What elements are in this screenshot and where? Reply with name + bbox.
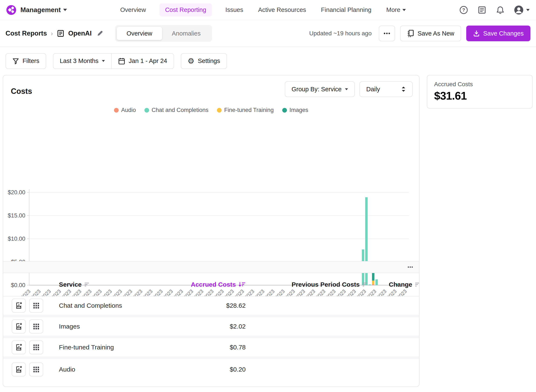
group-by-select[interactable]: Group By: Service [285, 81, 355, 97]
nav-cost-reporting[interactable]: Cost Reporting [160, 3, 212, 16]
sort-icon [415, 282, 420, 287]
tab-anomalies[interactable]: Anomalies [162, 27, 210, 40]
svg-text:$10.00: $10.00 [8, 236, 25, 242]
nav-active-resources[interactable]: Active Resources [257, 3, 307, 16]
column-header-accrued-costs[interactable]: Accrued Costs [189, 281, 246, 288]
notifications-icon[interactable] [496, 5, 505, 15]
legend-item-fine-tuned-training[interactable]: Fine-tuned Training [217, 107, 274, 113]
table-row-audio: Audio $0.20 [3, 359, 419, 380]
custom-date-range[interactable]: Jan 1 - Apr 24 [111, 54, 174, 69]
legend-dot [144, 108, 149, 112]
table-header-row: Service Accrued Costs Previous Period Co… [3, 273, 419, 296]
breadcrumb-separator: › [51, 30, 53, 37]
gear-icon: ⚙ [188, 57, 194, 65]
accrued-costs-label: Accrued Costs [434, 81, 525, 88]
service-name: Fine-tuned Training [59, 344, 189, 351]
svg-text:?: ? [462, 7, 465, 13]
services-table: Service Accrued Costs Previous Period Co… [3, 273, 419, 380]
chart-add-icon [15, 323, 23, 330]
svg-text:$20.00: $20.00 [8, 189, 25, 196]
drilldown-button[interactable] [29, 319, 43, 333]
drilldown-button[interactable] [29, 340, 43, 354]
grid-icon [32, 344, 40, 351]
brand-logo[interactable] [6, 5, 16, 15]
filters-button[interactable]: Filters [5, 53, 46, 69]
sort-icon [362, 282, 367, 287]
add-to-chart-button[interactable] [12, 319, 26, 333]
breadcrumb: Cost Reports › OpenAI [5, 30, 104, 37]
chart-legend: AudioChat and CompletionsFine-tuned Trai… [3, 107, 419, 113]
nav-issues[interactable]: Issues [224, 3, 245, 16]
top-navigation-bar: Management Overview Cost Reporting Issue… [0, 0, 536, 20]
nav-overview[interactable]: Overview [119, 3, 147, 16]
chart-add-icon [15, 344, 23, 351]
brand-logo-icon [6, 5, 16, 15]
save-icon [473, 30, 480, 37]
duplicate-icon [407, 29, 414, 37]
costs-report-card: Costs Group By: Service Daily AudioChat … [3, 75, 420, 387]
table-row-fine-tuned-training: Fine-tuned Training $0.78 [3, 338, 419, 359]
funnel-icon [12, 58, 19, 65]
chevron-down-icon [402, 9, 406, 11]
column-header-service[interactable]: Service [59, 281, 189, 288]
legend-dot [217, 108, 222, 112]
breadcrumb-cost-reports[interactable]: Cost Reports [5, 30, 47, 37]
column-header-previous-period[interactable]: Previous Period Costs [246, 281, 367, 288]
view-tabs: Overview Anomalies [115, 25, 212, 42]
legend-dot [282, 108, 287, 112]
table-row-images: Images $2.02 [3, 317, 419, 338]
add-to-chart-button[interactable] [12, 299, 26, 313]
report-header-bar: Cost Reports › OpenAI Overview Anomalies… [0, 20, 536, 47]
more-actions-button[interactable] [379, 26, 395, 41]
table-row-chat-and-completions: Chat and Completions $28.62 [3, 296, 419, 317]
save-as-new-button[interactable]: Save As New [400, 26, 461, 41]
granularity-select[interactable]: Daily [360, 81, 413, 97]
date-range-control: Last 3 Months Jan 1 - Apr 24 [53, 53, 174, 69]
chevron-down-icon [526, 9, 530, 11]
grid-icon [32, 302, 40, 309]
report-actions: Updated ~19 hours ago Save As New Save C… [309, 26, 531, 41]
sort-desc-icon [238, 282, 246, 287]
report-title: OpenAI [68, 30, 92, 37]
workspace-switcher[interactable]: Management [20, 6, 67, 14]
accrued-costs-card: Accrued Costs $31.61 [427, 75, 533, 108]
accrued-cost-value: $2.02 [189, 323, 246, 330]
grid-icon [32, 366, 40, 373]
svg-text:$15.00: $15.00 [8, 212, 25, 219]
tab-overview[interactable]: Overview [117, 27, 162, 40]
nav-financial-planning[interactable]: Financial Planning [320, 3, 373, 16]
legend-item-audio[interactable]: Audio [114, 107, 136, 113]
legend-item-chat-and-completions[interactable]: Chat and Completions [144, 107, 208, 113]
chevron-down-icon [63, 9, 67, 11]
column-header-change[interactable]: Change [367, 281, 420, 288]
accrued-costs-value: $31.61 [434, 89, 525, 102]
accrued-cost-value: $0.20 [189, 366, 246, 373]
legend-dot [114, 108, 119, 112]
chevron-down-icon [345, 88, 348, 90]
service-name: Audio [59, 366, 189, 373]
legend-item-images[interactable]: Images [282, 107, 308, 113]
save-changes-button[interactable]: Save Changes [466, 26, 531, 41]
changelog-icon[interactable] [477, 5, 487, 15]
service-name: Chat and Completions [59, 302, 189, 309]
add-to-chart-button[interactable] [12, 362, 26, 377]
nav-more[interactable]: More [385, 3, 407, 16]
drilldown-button[interactable] [29, 362, 43, 377]
period-select[interactable]: Last 3 Months [53, 54, 111, 69]
drilldown-button[interactable] [29, 299, 43, 313]
grid-icon [32, 323, 40, 330]
settings-button[interactable]: ⚙ Settings [181, 53, 227, 69]
primary-nav: Overview Cost Reporting Issues Active Re… [119, 3, 407, 16]
chart-add-icon [15, 366, 23, 373]
table-more-icon[interactable] [407, 266, 413, 268]
calendar-icon [118, 57, 125, 65]
table-body: Chat and Completions $28.62 Images $2. [3, 296, 419, 380]
account-menu[interactable] [514, 5, 530, 15]
add-to-chart-button[interactable] [12, 340, 26, 354]
help-icon[interactable]: ? [459, 5, 468, 15]
edit-report-name-icon[interactable] [96, 30, 104, 37]
accrued-cost-value: $0.78 [189, 344, 246, 351]
accrued-cost-value: $28.62 [189, 302, 246, 309]
last-updated-text: Updated ~19 hours ago [309, 30, 372, 37]
chevrons-up-down-icon [401, 86, 406, 92]
